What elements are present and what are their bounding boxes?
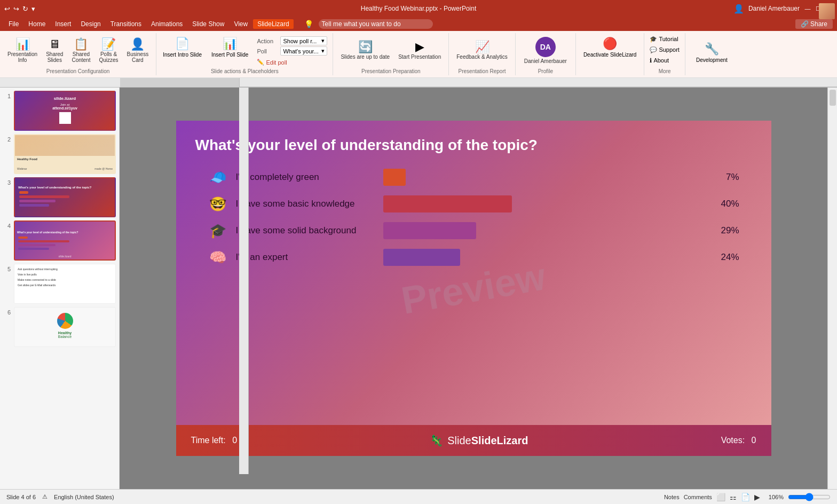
- normal-view-icon[interactable]: ⬜: [716, 493, 725, 501]
- menu-slideshow[interactable]: Slide Show: [188, 19, 228, 29]
- poll-label-2: I have some basic knowledge: [236, 199, 375, 209]
- business-card-button[interactable]: 👤 BusinessCard: [124, 37, 152, 65]
- main-area: 1 slīde.lizard Join at attend.sl/1yuv 2 …: [0, 88, 837, 489]
- slide-thumbnail-4[interactable]: 4 What's your level of understanding of …: [3, 220, 116, 261]
- zoom-slider[interactable]: [788, 493, 831, 501]
- config-group-label: Presentation Configuration: [4, 67, 152, 74]
- poll-row-4: 🧠 I'm an expert 24%: [208, 249, 739, 266]
- deactivate-icon: 🔴: [603, 37, 617, 51]
- analytics-icon: 📈: [475, 41, 489, 53]
- share-button[interactable]: 🔗 Share: [795, 19, 833, 29]
- edit-poll-button[interactable]: ✏️ Edit poll: [257, 59, 327, 66]
- poll-bar-2: [383, 195, 705, 212]
- poll-label-3: I have some solid background: [236, 225, 375, 236]
- tutorial-button[interactable]: 🎓 Tutorial: [648, 35, 682, 44]
- menu-view[interactable]: View: [230, 19, 252, 29]
- insert-intro-icon: 📄: [175, 37, 189, 51]
- presentation-info-icon: 📊: [15, 38, 30, 50]
- poll-label: Poll: [257, 48, 278, 54]
- shared-content-icon: 📋: [74, 38, 88, 50]
- ruler: [0, 78, 837, 88]
- slide-thumbnail-3[interactable]: 3 What's your level of understanding of …: [3, 177, 116, 217]
- slidelizard-logo-icon: 🦎: [430, 434, 443, 447]
- insert-poll-slide-button[interactable]: 📊 Insert Poll Slide: [208, 35, 251, 59]
- slide-actions-label: Slide actions & Placeholders: [160, 67, 329, 74]
- poll-label-1: I'm completely green: [236, 172, 375, 183]
- profile-button[interactable]: DA Daniel Amerbauer: [520, 35, 571, 66]
- polls-quizzes-icon: 📝: [101, 38, 116, 50]
- ribbon-group-more: 🔴 Deactivate SlideLizard: [576, 33, 645, 75]
- outline-view-icon[interactable]: ⚏: [730, 493, 737, 501]
- menu-animations[interactable]: Animations: [147, 19, 187, 29]
- undo-icon[interactable]: ↩: [4, 5, 10, 13]
- slide-img-2: Healthy Food Webinar made @ Home: [14, 134, 116, 174]
- slide-thumbnail-6[interactable]: 6 Healthy Balance: [3, 307, 116, 347]
- support-button[interactable]: 💬 Support: [648, 45, 682, 54]
- poll-dropdown[interactable]: What's your... ▾: [280, 46, 327, 56]
- menu-design[interactable]: Design: [76, 19, 105, 29]
- deactivate-slidelizard-button[interactable]: 🔴 Deactivate SlideLizard: [580, 35, 640, 59]
- poll-bar-4: [383, 249, 705, 266]
- customize-icon[interactable]: ▾: [31, 5, 35, 13]
- presentation-info-button[interactable]: 📊 PresentationInfo: [4, 37, 41, 65]
- shared-slides-button[interactable]: 🖥 SharedSlides: [43, 37, 66, 65]
- poll-row-2: 🤓 I have some basic knowledge 40%: [208, 195, 739, 212]
- poll-emoji-3: 🎓: [208, 223, 227, 239]
- about-icon: ℹ: [650, 57, 652, 64]
- slide-thumbnail-5[interactable]: 5 Ask questions without interrupting Vot…: [3, 264, 116, 304]
- slideshow-view-icon[interactable]: ▶: [754, 493, 760, 501]
- zoom-level: 106%: [769, 494, 784, 500]
- about-button[interactable]: ℹ About: [648, 56, 682, 65]
- menu-slidelizard[interactable]: SlideLizard: [253, 19, 293, 29]
- development-button[interactable]: 🔧 Development: [691, 41, 733, 65]
- notes-button[interactable]: Notes: [664, 494, 680, 500]
- polls-quizzes-button[interactable]: 📝 Polls &Quizzes: [96, 37, 121, 65]
- slide-chart-area: 🧢 I'm completely green 7% 🤓 I have some …: [176, 163, 771, 277]
- action-dropdown[interactable]: Show poll r... ▾: [280, 36, 327, 45]
- window-title: Healthy Food Webinar.pptx - PowerPoint: [361, 5, 477, 12]
- menu-insert[interactable]: Insert: [51, 19, 75, 29]
- poll-pct-3: 29%: [714, 225, 739, 236]
- tell-me-input[interactable]: Tell me what you want to do: [319, 19, 433, 29]
- report-group-label: Presentation Report: [453, 67, 511, 74]
- slide-img-1: slīde.lizard Join at attend.sl/1yuv: [14, 91, 116, 131]
- poll-bar-1: [383, 169, 705, 186]
- comments-button[interactable]: Comments: [684, 494, 712, 500]
- poll-pct-4: 24%: [714, 252, 739, 263]
- ribbon-group-presentation-config: 📊 PresentationInfo 🖥 SharedSlides 📋 Shar…: [0, 33, 156, 75]
- slide-img-4: What's your level of understanding of th…: [14, 220, 116, 261]
- start-presentation-button[interactable]: ▶ Start Presentation: [395, 40, 444, 61]
- profile-group-label: Profile: [520, 67, 571, 74]
- slide-question: What's your level of understanding of th…: [176, 121, 771, 163]
- slide-thumbnail-1[interactable]: 1 slīde.lizard Join at attend.sl/1yuv: [3, 91, 116, 131]
- dropdown-arrow: ▾: [321, 37, 325, 44]
- menu-transitions[interactable]: Transitions: [106, 19, 146, 29]
- slide-thumbnail-2[interactable]: 2 Healthy Food Webinar made @ Home: [3, 134, 116, 174]
- shared-content-button[interactable]: 📋 SharedContent: [68, 37, 93, 65]
- poll-pct-1: 7%: [714, 172, 739, 183]
- slide-img-5: Ask questions without interrupting Vote …: [14, 264, 116, 304]
- dev-icon: 🔧: [705, 42, 719, 56]
- footer-time: Time left: 0: [191, 436, 238, 445]
- insert-intro-slide-button[interactable]: 📄 Insert Intro Slide: [160, 35, 205, 59]
- menu-file[interactable]: File: [4, 19, 23, 29]
- repeat-icon[interactable]: ↻: [22, 5, 28, 13]
- profile-name: Daniel Amerbauer: [524, 58, 567, 64]
- poll-label-4: I'm an expert: [236, 252, 375, 263]
- feedback-analytics-button[interactable]: 📈 Feedback & Analytics: [453, 40, 511, 61]
- slides-up-to-date-button[interactable]: 🔄 Slides are up to date: [337, 40, 393, 61]
- poll-bar-3: [383, 222, 705, 239]
- slide-error-icon: ⚠: [42, 493, 48, 500]
- slide-info: Slide 4 of 6: [6, 494, 36, 500]
- menu-home[interactable]: Home: [24, 19, 50, 29]
- ribbon-group-profile: DA Daniel Amerbauer Profile: [516, 33, 576, 75]
- title-bar: ↩ ↪ ↻ ▾ Healthy Food Webinar.pptx - Powe…: [0, 0, 837, 17]
- redo-icon[interactable]: ↪: [13, 5, 19, 13]
- right-scrollbar[interactable]: [827, 88, 837, 489]
- reading-view-icon[interactable]: 📄: [741, 493, 750, 501]
- business-card-icon: 👤: [130, 38, 145, 50]
- poll-row-3: 🎓 I have some solid background 29%: [208, 222, 739, 239]
- poll-emoji-1: 🧢: [208, 169, 227, 186]
- menu-bar: File Home Insert Design Transitions Anim…: [0, 17, 837, 31]
- minimize-button[interactable]: —: [804, 5, 811, 12]
